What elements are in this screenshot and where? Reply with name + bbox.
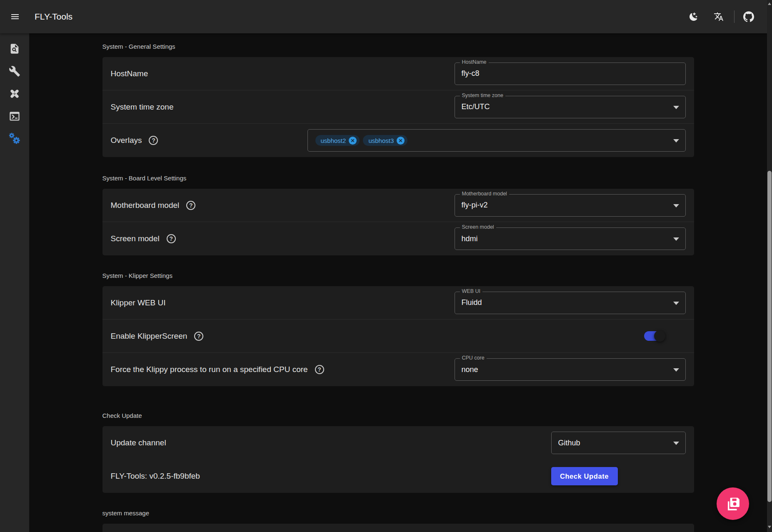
scrollbar-thumb[interactable] <box>767 171 772 502</box>
field-value: Github <box>558 439 580 447</box>
field-label: HostName <box>460 59 489 65</box>
row-label: System time zone <box>111 102 174 112</box>
row-label: HostName <box>111 69 148 78</box>
row-hostname: HostName HostName fly-c8 <box>102 57 694 90</box>
field-label: WEB UI <box>460 288 482 294</box>
field-value: fly-pi-v2 <box>462 201 488 210</box>
row-update-channel: Update channel Github <box>102 426 694 460</box>
chip-usbhost2[interactable]: usbhost2 <box>315 135 360 146</box>
sidebar-item-settings-cogs-icon[interactable] <box>8 132 21 145</box>
chevron-down-icon <box>673 139 679 142</box>
row-overlays: Overlays ? usbhost2 usbhost3 <box>102 124 694 157</box>
help-icon[interactable]: ? <box>186 201 195 210</box>
hostname-input[interactable]: HostName fly-c8 <box>455 62 686 85</box>
chip-label: usbhost3 <box>368 137 394 144</box>
chip-usbhost3[interactable]: usbhost3 <box>363 135 407 146</box>
row-web-ui: Klipper WEB UI WEB UI Fluidd <box>102 286 694 320</box>
chip-close-icon[interactable] <box>397 137 405 145</box>
field-value: Etc/UTC <box>462 102 490 111</box>
row-cpu-core: Force the Klippy process to run on a spe… <box>102 353 694 386</box>
section-title-board: System - Board Level Settings <box>102 174 694 182</box>
overlays-select[interactable]: usbhost2 usbhost3 <box>307 129 686 152</box>
row-label: Overlays <box>111 136 142 145</box>
version-text: FLY-Tools: v0.2.5-fb9bfeb <box>111 472 200 481</box>
scrollbar-down-arrow[interactable] <box>768 526 771 528</box>
field-label: Motherboard model <box>460 191 509 197</box>
chevron-down-icon <box>673 237 679 241</box>
row-label: Motherboard model <box>111 201 180 210</box>
scrollbar-up-arrow[interactable] <box>768 2 771 5</box>
row-klipperscreen: Enable KlipperScreen ? <box>102 320 694 353</box>
help-icon[interactable]: ? <box>149 136 158 145</box>
card-board-settings: Motherboard model ? Motherboard model fl… <box>102 189 694 255</box>
card-system-message <box>102 524 694 532</box>
section-title-general: System - General Settings <box>102 42 694 51</box>
screen-model-select[interactable]: Screen model hdmi <box>455 227 686 250</box>
content-save-all-icon <box>725 496 741 512</box>
row-label: Force the Klippy process to run on a spe… <box>111 365 308 374</box>
sidebar-item-wrench-icon[interactable] <box>9 65 20 77</box>
card-check-update: Update channel Github FLY-Tools: v0.2.5-… <box>102 426 694 493</box>
row-label: Screen model <box>111 234 160 243</box>
menu-icon[interactable] <box>10 12 20 22</box>
help-icon[interactable]: ? <box>315 365 324 374</box>
sidebar-item-file-search-icon[interactable] <box>9 43 20 55</box>
section-title-check-update: Check Update <box>102 412 694 420</box>
github-icon[interactable] <box>743 11 754 22</box>
save-all-fab[interactable] <box>717 487 749 520</box>
sidebar-item-terminal-icon[interactable] <box>9 110 20 122</box>
section-title-klipper: System - Klipper Settings <box>102 272 694 280</box>
app-bar: FLY-Tools <box>0 0 767 33</box>
chevron-down-icon <box>673 368 679 372</box>
chip-close-icon[interactable] <box>349 137 357 145</box>
row-label: Klipper WEB UI <box>111 298 166 307</box>
field-value: hdmi <box>462 235 478 243</box>
app-title: FLY-Tools <box>35 0 72 33</box>
scrollbar[interactable] <box>767 0 772 532</box>
dark-mode-icon[interactable] <box>689 12 699 22</box>
check-update-button[interactable]: Check Update <box>551 467 618 485</box>
chevron-down-icon <box>673 442 679 445</box>
web-ui-select[interactable]: WEB UI Fluidd <box>455 292 686 314</box>
sidebar-item-bandage-icon[interactable] <box>9 88 20 100</box>
chevron-down-icon <box>673 106 679 109</box>
field-label: System time zone <box>460 92 505 98</box>
field-value: none <box>462 365 478 374</box>
row-timezone: System time zone System time zone Etc/UT… <box>102 90 694 124</box>
row-label: Update channel <box>111 438 166 447</box>
cpu-core-select[interactable]: CPU core none <box>455 358 686 381</box>
field-label: Screen model <box>460 224 496 230</box>
help-icon[interactable]: ? <box>167 234 176 243</box>
row-label: Enable KlipperScreen <box>111 332 187 341</box>
klipperscreen-switch[interactable] <box>644 330 665 342</box>
appbar-divider <box>734 10 735 23</box>
card-general-settings: HostName HostName fly-c8 System time zon… <box>102 57 694 157</box>
row-screen-model: Screen model ? Screen model hdmi <box>102 222 694 255</box>
section-title-system-message: system message <box>102 509 694 517</box>
timezone-select[interactable]: System time zone Etc/UTC <box>455 96 686 118</box>
field-value: fly-c8 <box>462 69 480 78</box>
help-icon[interactable]: ? <box>194 332 203 341</box>
translate-icon[interactable] <box>714 12 724 22</box>
row-motherboard: Motherboard model ? Motherboard model fl… <box>102 189 694 222</box>
field-value: Fluidd <box>462 298 482 307</box>
switch-thumb <box>654 330 665 342</box>
chevron-down-icon <box>673 302 679 305</box>
chip-label: usbhost2 <box>321 137 346 144</box>
motherboard-select[interactable]: Motherboard model fly-pi-v2 <box>455 194 686 217</box>
sidebar <box>0 33 29 532</box>
update-channel-select[interactable]: Github <box>551 432 686 454</box>
field-label: CPU core <box>460 355 487 361</box>
main-content: System - General Settings HostName HostN… <box>29 33 767 532</box>
card-klipper-settings: Klipper WEB UI WEB UI Fluidd Enable Klip… <box>102 286 694 386</box>
chevron-down-icon <box>673 204 679 207</box>
row-version: FLY-Tools: v0.2.5-fb9bfeb Check Update <box>102 460 694 493</box>
